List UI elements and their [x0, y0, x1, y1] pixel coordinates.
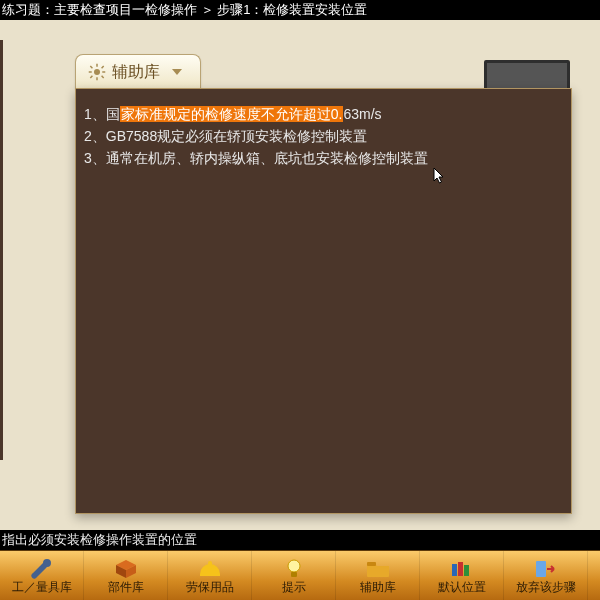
svg-rect-2	[96, 77, 98, 80]
info-line-1[interactable]: 1、国家标准规定的检修速度不允许超过0.63m/s	[84, 103, 563, 125]
info-lines: 1、国家标准规定的检修速度不允许超过0.63m/s 2、GB7588规定必须在轿…	[76, 89, 571, 183]
svg-rect-9	[208, 561, 212, 569]
info-line-3[interactable]: 3、通常在机房、轿内操纵箱、底坑也安装检修控制装置	[84, 147, 563, 169]
toolbar-button-parts[interactable]: 部件库	[84, 551, 168, 600]
toolbar-label: 默认位置	[438, 581, 486, 594]
svg-rect-4	[102, 71, 105, 73]
line-num: 2、	[84, 128, 106, 144]
svg-rect-15	[464, 565, 469, 576]
line-text: GB7588规定必须在轿顶安装检修控制装置	[106, 128, 367, 144]
panel-left-slice	[0, 40, 3, 460]
wrench-icon	[29, 559, 55, 579]
tab-label: 辅助库	[112, 62, 160, 83]
svg-rect-13	[452, 564, 457, 576]
toolbar-label: 工／量具库	[12, 581, 72, 594]
instruction-bar: 指出必须安装检修操作装置的位置	[0, 530, 600, 550]
books-icon	[449, 559, 475, 579]
line-num: 3、	[84, 150, 106, 166]
toolbar-button-tools[interactable]: 工／量具库	[0, 551, 84, 600]
tab-assist-library[interactable]: 辅助库	[75, 54, 201, 89]
svg-rect-16	[536, 561, 546, 577]
toolbar-button-ppe[interactable]: 劳保用品	[168, 551, 252, 600]
folder-icon	[365, 559, 391, 579]
gear-icon	[88, 63, 106, 81]
toolbar-label: 劳保用品	[186, 581, 234, 594]
toolbar-label: 部件库	[108, 581, 144, 594]
svg-point-10	[288, 560, 300, 572]
toolbar-button-assist[interactable]: 辅助库	[336, 551, 420, 600]
svg-rect-14	[458, 562, 463, 576]
line-num: 1、	[84, 106, 106, 122]
breadcrumb: 练习题：主要检查项目一检修操作 ＞ 步骤1：检修装置安装位置	[0, 0, 600, 20]
svg-rect-7	[90, 75, 93, 78]
toolbar-label: 辅助库	[360, 581, 396, 594]
helmet-icon	[197, 559, 223, 579]
svg-point-0	[94, 69, 100, 75]
svg-rect-11	[291, 572, 297, 577]
info-panel: 1、国家标准规定的检修速度不允许超过0.63m/s 2、GB7588规定必须在轿…	[75, 88, 572, 514]
exit-icon	[533, 559, 559, 579]
line-text: 通常在机房、轿内操纵箱、底坑也安装检修控制装置	[106, 150, 428, 166]
svg-rect-12	[367, 562, 376, 566]
svg-rect-6	[101, 75, 104, 78]
toolbar-label: 提示	[282, 581, 306, 594]
cube-icon	[113, 559, 139, 579]
line-post: 63m/s	[343, 106, 381, 122]
chevron-down-icon	[172, 69, 182, 75]
bottom-toolbar: 工／量具库 部件库 劳保用品 提示 辅助库 默认位置 放弃该步骤	[0, 550, 600, 600]
svg-rect-1	[96, 64, 98, 67]
line-pre: 国	[106, 106, 120, 122]
info-line-2[interactable]: 2、GB7588规定必须在轿顶安装检修控制装置	[84, 125, 563, 147]
toolbar-button-giveup[interactable]: 放弃该步骤	[504, 551, 588, 600]
toolbar-button-default-pos[interactable]: 默认位置	[420, 551, 504, 600]
svg-rect-8	[101, 66, 104, 69]
svg-rect-3	[89, 71, 92, 73]
line-highlight: 家标准规定的检修速度不允许超过0.	[120, 106, 344, 122]
toolbar-label: 放弃该步骤	[516, 581, 576, 594]
toolbar-button-hint[interactable]: 提示	[252, 551, 336, 600]
svg-rect-5	[90, 66, 93, 69]
stage: 辅助库 1、国家标准规定的检修速度不允许超过0.63m/s 2、GB7588规定…	[0, 20, 600, 530]
bulb-icon	[281, 559, 307, 579]
